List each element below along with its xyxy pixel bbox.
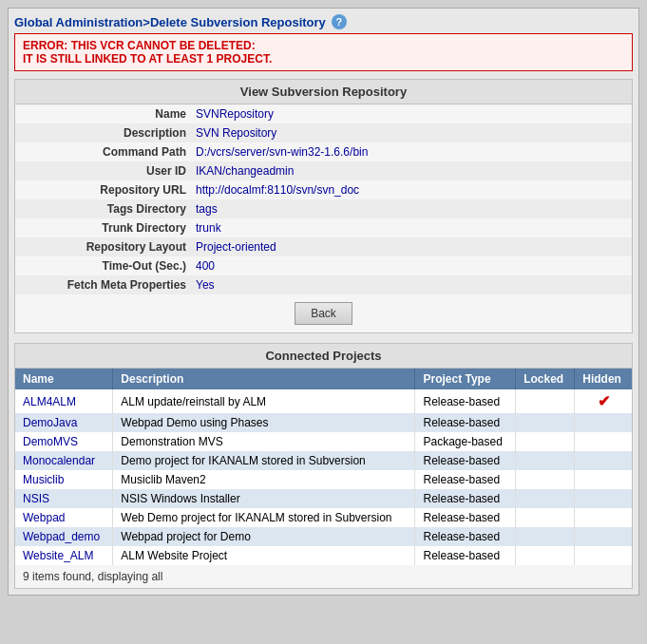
projects-table-header: NameDescriptionProject TypeLockedHidden (15, 369, 632, 389)
project-name: DemoJava (15, 413, 113, 432)
project-name: DemoMVS (15, 432, 113, 451)
form-value: tags (196, 202, 622, 216)
projects-table: NameDescriptionProject TypeLockedHidden … (15, 369, 632, 565)
table-column-header: Name (15, 369, 113, 389)
back-row: Back (15, 294, 632, 332)
form-label: Trunk Directory (25, 221, 196, 235)
project-hidden (575, 470, 632, 489)
project-hidden: ✔ (575, 389, 632, 413)
view-panel: View Subversion Repository Name SVNRepos… (14, 79, 633, 333)
project-locked (516, 489, 575, 508)
error-line2: IT IS STILL LINKED TO AT LEAST 1 PROJECT… (23, 52, 624, 66)
project-type: Release-based (415, 546, 516, 565)
view-panel-title: View Subversion Repository (15, 80, 632, 104)
project-description: ALM update/reinstall by ALM (113, 389, 415, 413)
project-type: Release-based (415, 413, 516, 432)
form-rows: Name SVNRepository Description SVN Repos… (15, 104, 632, 294)
form-label: Description (25, 126, 196, 140)
table-row: NSISNSIS Windows InstallerRelease-based (15, 489, 632, 508)
form-value: SVNRepository (196, 107, 622, 121)
form-row: Description SVN Repository (15, 123, 632, 142)
page-wrapper: Global Administration>Delete Subversion … (8, 8, 639, 596)
project-hidden (575, 432, 632, 451)
project-type: Release-based (415, 489, 516, 508)
connected-projects-panel: Connected Projects NameDescriptionProjec… (14, 343, 633, 589)
table-row: ALM4ALMALM update/reinstall by ALMReleas… (15, 389, 632, 413)
form-row: Time-Out (Sec.) 400 (15, 256, 632, 275)
form-value: Project-oriented (196, 240, 622, 254)
table-row: WebpadWeb Demo project for IKANALM store… (15, 508, 632, 527)
project-locked (516, 470, 575, 489)
project-name: Webpad (15, 508, 113, 527)
form-label: Time-Out (Sec.) (25, 259, 196, 273)
form-row: Trunk Directory trunk (15, 218, 632, 237)
back-button[interactable]: Back (295, 302, 352, 325)
form-value: Yes (196, 278, 622, 292)
table-row: MonocalendarDemo project for IKANALM sto… (15, 451, 632, 470)
form-value: trunk (196, 221, 622, 235)
projects-table-body: ALM4ALMALM update/reinstall by ALMReleas… (15, 389, 632, 565)
project-description: Webpad project for Demo (113, 527, 415, 546)
form-label: Name (25, 107, 196, 121)
project-hidden (575, 527, 632, 546)
breadcrumb: Global Administration>Delete Subversion … (14, 15, 326, 29)
form-row: Command Path D:/vcrs/server/svn-win32-1.… (15, 142, 632, 161)
project-type: Release-based (415, 508, 516, 527)
page-header: Global Administration>Delete Subversion … (14, 14, 633, 29)
table-column-header: Project Type (415, 369, 516, 389)
form-row: Tags Directory tags (15, 199, 632, 218)
project-locked (516, 451, 575, 470)
project-description: Demo project for IKANALM stored in Subve… (113, 451, 415, 470)
table-row: MusiclibMusiclib Maven2Release-based (15, 470, 632, 489)
form-label: Command Path (25, 145, 196, 159)
project-locked (516, 432, 575, 451)
form-value: http://docalmf:8110/svn/svn_doc (196, 183, 622, 197)
project-description: Musiclib Maven2 (113, 470, 415, 489)
project-hidden (575, 546, 632, 565)
form-row: Repository Layout Project-oriented (15, 237, 632, 256)
project-description: Demonstration MVS (113, 432, 415, 451)
table-row: Website_ALMALM Website ProjectRelease-ba… (15, 546, 632, 565)
form-row: Repository URL http://docalmf:8110/svn/s… (15, 180, 632, 199)
form-row: User ID IKAN/changeadmin (15, 161, 632, 180)
project-locked (516, 546, 575, 565)
project-hidden (575, 508, 632, 527)
form-value: 400 (196, 259, 622, 273)
form-row: Fetch Meta Properties Yes (15, 275, 632, 294)
project-type: Release-based (415, 470, 516, 489)
project-type: Release-based (415, 527, 516, 546)
project-hidden (575, 413, 632, 432)
table-row: DemoJavaWebpad Demo using PhasesRelease-… (15, 413, 632, 432)
checkmark-icon: ✔ (598, 393, 610, 409)
form-label: Fetch Meta Properties (25, 278, 196, 292)
help-icon[interactable]: ? (332, 14, 347, 29)
table-column-header: Description (113, 369, 415, 389)
project-type: Release-based (415, 389, 516, 413)
form-row: Name SVNRepository (15, 104, 632, 123)
projects-footer: 9 items found, displaying all (15, 565, 632, 588)
project-type: Package-based (415, 432, 516, 451)
project-type: Release-based (415, 451, 516, 470)
form-value: SVN Repository (196, 126, 622, 140)
form-label: Repository URL (25, 183, 196, 197)
error-line1: ERROR: THIS VCR CANNOT BE DELETED: (23, 39, 624, 52)
project-hidden (575, 451, 632, 470)
project-description: Web Demo project for IKANALM stored in S… (113, 508, 415, 527)
connected-projects-title: Connected Projects (15, 344, 632, 369)
project-name: Monocalendar (15, 451, 113, 470)
project-description: NSIS Windows Installer (113, 489, 415, 508)
table-column-header: Locked (516, 369, 575, 389)
table-column-header: Hidden (575, 369, 632, 389)
project-name: Website_ALM (15, 546, 113, 565)
table-row: DemoMVSDemonstration MVSPackage-based (15, 432, 632, 451)
project-locked (516, 508, 575, 527)
form-label: Tags Directory (25, 202, 196, 216)
project-name: ALM4ALM (15, 389, 113, 413)
project-name: Webpad_demo (15, 527, 113, 546)
project-description: ALM Website Project (113, 546, 415, 565)
project-hidden (575, 489, 632, 508)
form-value: IKAN/changeadmin (196, 164, 622, 178)
form-value: D:/vcrs/server/svn-win32-1.6.6/bin (196, 145, 622, 159)
project-name: Musiclib (15, 470, 113, 489)
project-description: Webpad Demo using Phases (113, 413, 415, 432)
